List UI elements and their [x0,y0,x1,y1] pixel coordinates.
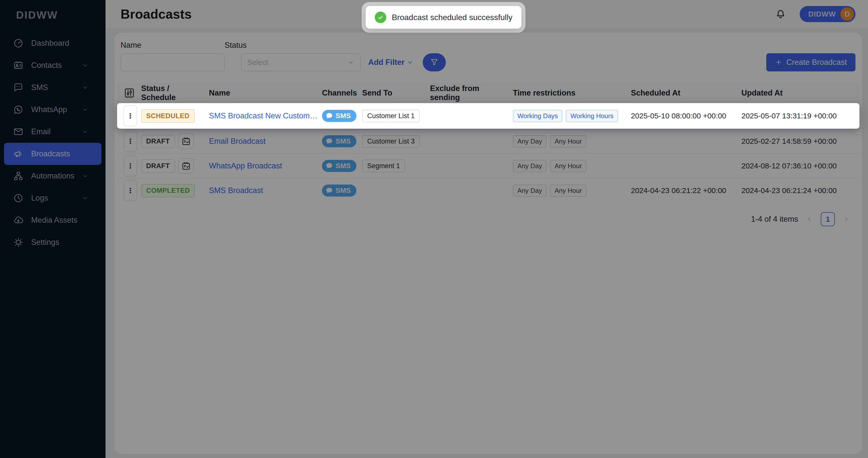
chat-bubble-icon [326,112,333,120]
table-row: SCHEDULEDSMS Broadcast New CustomersSMSC… [117,103,860,129]
toast-halo: Broadcast scheduled successfully [362,2,525,33]
toast-message: Broadcast scheduled successfully [392,13,513,22]
row-actions-cell [117,105,141,126]
spotlight-overlay [0,0,868,458]
row-actions-button[interactable] [124,105,137,126]
name-cell: SMS Broadcast New Customers [209,111,322,120]
time-restrictions-cell: Working DaysWorking Hours [513,110,631,122]
scheduled-at-value: 2025-05-10 08:00:00 +00:00 [631,112,726,120]
send-to-chip: Customer List 1 [362,110,420,122]
updated-at-value: 2025-05-07 13:31:19 +00:00 [741,112,837,120]
status-badge: SCHEDULED [141,109,195,123]
channels-cell: SMS [322,110,362,122]
updated-at-cell: 2025-05-07 13:31:19 +00:00 [741,112,860,120]
channel-chip-sms: SMS [322,110,356,122]
status-cell: SCHEDULED [141,109,209,123]
success-check-icon [375,11,386,23]
broadcast-name-link[interactable]: SMS Broadcast New Customers [209,111,318,120]
toast-notification: Broadcast scheduled successfully [366,6,521,29]
kebab-icon [127,112,134,120]
time-restriction-chip: Working Hours [566,110,618,122]
send-to-cell: Customer List 1 [362,110,430,122]
time-restriction-chip: Working Days [513,110,562,122]
scheduled-at-cell: 2025-05-10 08:00:00 +00:00 [631,112,741,120]
channel-chip-label: SMS [336,112,351,120]
